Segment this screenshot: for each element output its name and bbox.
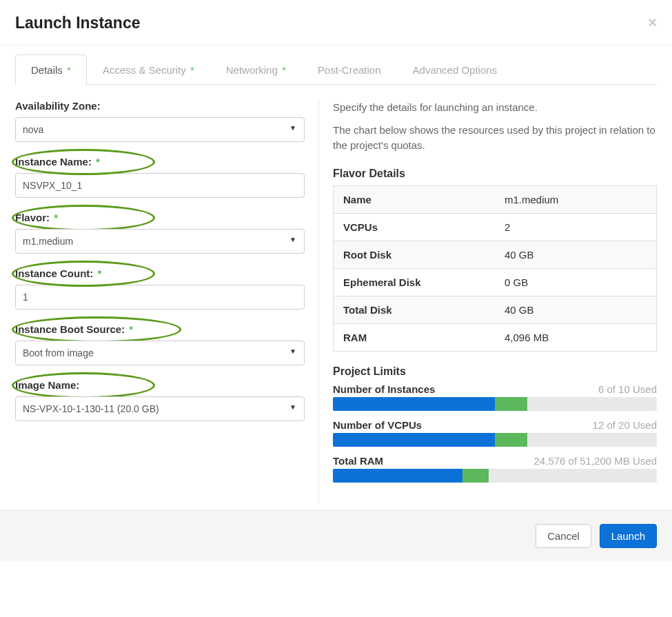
asterisk-icon: * bbox=[94, 267, 101, 279]
table-row: RAM4,096 MB bbox=[334, 323, 657, 351]
flavor-key: Total Disk bbox=[334, 296, 496, 323]
progress-adding bbox=[495, 433, 527, 447]
close-icon[interactable]: × bbox=[648, 14, 657, 32]
flavor-key: Ephemeral Disk bbox=[334, 268, 496, 296]
flavor-key: Root Disk bbox=[334, 241, 496, 268]
quota-header: Total RAM 24,576 of 51,200 MB Used bbox=[333, 455, 657, 467]
image-name-label: Image Name: bbox=[15, 379, 305, 391]
instance-name-label: Instance Name: * bbox=[15, 156, 305, 168]
quota-used: 12 of 20 Used bbox=[593, 419, 657, 431]
help-text-2: The chart below shows the resources used… bbox=[333, 123, 657, 154]
instance-count-input[interactable] bbox=[15, 285, 305, 310]
table-row: Root Disk40 GB bbox=[334, 241, 657, 268]
progress-used bbox=[333, 397, 495, 411]
progress-bar-instances bbox=[333, 397, 657, 411]
asterisk-icon: * bbox=[187, 64, 194, 76]
image-name-select-wrap: NS-VPX-10-1-130-11 (20.0 GB) bbox=[15, 396, 305, 421]
asterisk-icon: * bbox=[93, 156, 100, 168]
quota-label: Number of VCPUs bbox=[333, 419, 422, 431]
instance-name-group: Instance Name: * bbox=[15, 156, 305, 198]
tab-post-label: Post-Creation bbox=[318, 64, 381, 76]
content: Availability Zone: nova Instance Name: *… bbox=[15, 85, 657, 503]
progress-bar-ram bbox=[333, 469, 657, 483]
launch-button[interactable]: Launch bbox=[600, 524, 657, 548]
modal-body: Details * Access & Security * Networking… bbox=[0, 54, 672, 503]
table-row: Namem1.medium bbox=[334, 185, 657, 213]
image-name-group: Image Name: NS-VPX-10-1-130-11 (20.0 GB) bbox=[15, 379, 305, 421]
quota-label: Total RAM bbox=[333, 455, 383, 467]
availability-zone-select[interactable]: nova bbox=[15, 117, 305, 142]
quota-used: 24,576 of 51,200 MB Used bbox=[534, 455, 657, 467]
asterisk-icon: * bbox=[126, 323, 133, 335]
asterisk-icon: * bbox=[51, 212, 58, 223]
progress-used bbox=[333, 469, 462, 483]
flavor-label: Flavor: * bbox=[15, 212, 305, 223]
flavor-value: 0 GB bbox=[495, 268, 657, 296]
tab-details[interactable]: Details * bbox=[15, 54, 87, 85]
flavor-key: RAM bbox=[334, 323, 496, 351]
flavor-value: m1.medium bbox=[495, 185, 657, 213]
quota-instances: Number of Instances 6 of 10 Used bbox=[333, 383, 657, 411]
availability-zone-select-wrap: nova bbox=[15, 117, 305, 142]
table-row: Total Disk40 GB bbox=[334, 296, 657, 323]
boot-source-select[interactable]: Boot from image bbox=[15, 341, 305, 365]
modal-footer: Cancel Launch bbox=[0, 510, 672, 561]
tabs: Details * Access & Security * Networking… bbox=[15, 54, 657, 85]
tab-advanced-label: Advanced Options bbox=[413, 64, 498, 76]
tab-post-creation[interactable]: Post-Creation bbox=[302, 54, 397, 85]
tab-access-security[interactable]: Access & Security * bbox=[87, 54, 210, 85]
flavor-key: Name bbox=[334, 185, 496, 213]
asterisk-icon: * bbox=[64, 64, 71, 76]
cancel-button[interactable]: Cancel bbox=[536, 524, 591, 548]
quota-used: 6 of 10 Used bbox=[598, 383, 657, 395]
instance-count-label: Instance Count: * bbox=[15, 267, 305, 279]
flavor-value: 40 GB bbox=[495, 296, 657, 323]
table-row: Ephemeral Disk0 GB bbox=[334, 268, 657, 296]
tab-advanced-options[interactable]: Advanced Options bbox=[397, 54, 513, 85]
tab-networking[interactable]: Networking * bbox=[210, 54, 302, 85]
modal-title: Launch Instance bbox=[15, 14, 657, 32]
progress-adding bbox=[462, 469, 489, 483]
flavor-value: 40 GB bbox=[495, 241, 657, 268]
progress-used bbox=[333, 433, 495, 447]
progress-bar-vcpus bbox=[333, 433, 657, 447]
quota-ram: Total RAM 24,576 of 51,200 MB Used bbox=[333, 455, 657, 483]
image-name-select[interactable]: NS-VPX-10-1-130-11 (20.0 GB) bbox=[15, 396, 305, 421]
availability-zone-label: Availability Zone: bbox=[15, 100, 305, 112]
flavor-details-table: Namem1.medium VCPUs2 Root Disk40 GB Ephe… bbox=[333, 185, 657, 352]
asterisk-icon: * bbox=[279, 64, 286, 76]
quota-vcpus: Number of VCPUs 12 of 20 Used bbox=[333, 419, 657, 447]
boot-source-label: Instance Boot Source: * bbox=[15, 323, 305, 335]
flavor-details-title: Flavor Details bbox=[333, 168, 657, 180]
quota-header: Number of VCPUs 12 of 20 Used bbox=[333, 419, 657, 431]
availability-zone-group: Availability Zone: nova bbox=[15, 100, 305, 142]
flavor-select-wrap: m1.medium bbox=[15, 229, 305, 254]
table-row: VCPUs2 bbox=[334, 213, 657, 241]
tab-networking-label: Networking bbox=[226, 64, 278, 76]
instance-name-input[interactable] bbox=[15, 173, 305, 198]
details-column: Specify the details for launching an ins… bbox=[318, 100, 657, 503]
flavor-value: 4,096 MB bbox=[495, 323, 657, 351]
modal-header: Launch Instance × bbox=[0, 0, 672, 45]
flavor-group: Flavor: * m1.medium bbox=[15, 212, 305, 254]
launch-instance-modal: Launch Instance × Details * Access & Sec… bbox=[0, 0, 672, 561]
tab-access-label: Access & Security bbox=[103, 64, 186, 76]
flavor-select[interactable]: m1.medium bbox=[15, 229, 305, 254]
instance-count-group: Instance Count: * bbox=[15, 267, 305, 310]
boot-source-select-wrap: Boot from image bbox=[15, 341, 305, 365]
project-limits-title: Project Limits bbox=[333, 365, 657, 378]
boot-source-group: Instance Boot Source: * Boot from image bbox=[15, 323, 305, 365]
tab-details-label: Details bbox=[31, 64, 63, 76]
form-column: Availability Zone: nova Instance Name: *… bbox=[15, 100, 318, 503]
flavor-key: VCPUs bbox=[334, 213, 496, 241]
quota-header: Number of Instances 6 of 10 Used bbox=[333, 383, 657, 395]
help-text-1: Specify the details for launching an ins… bbox=[333, 100, 657, 116]
quota-label: Number of Instances bbox=[333, 383, 435, 395]
progress-adding bbox=[495, 397, 527, 411]
flavor-value: 2 bbox=[495, 213, 657, 241]
